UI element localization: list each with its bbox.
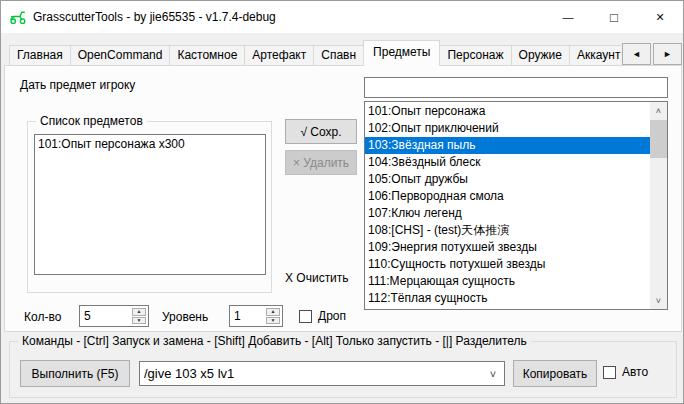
list-item[interactable]: 110:Сущность потухшей звезды <box>365 256 650 273</box>
auto-checkbox-box[interactable] <box>603 366 616 379</box>
command-input[interactable] <box>140 362 482 385</box>
maximize-icon[interactable]: □ <box>591 1 637 33</box>
item-search-input[interactable] <box>365 78 667 97</box>
items-listbox-rows: 101:Опыт персонажа102:Опыт приключений10… <box>365 103 650 307</box>
scrollbar-thumb[interactable] <box>650 120 667 158</box>
saved-items-groupbox: Список предметов 101:Опыт персонажа x300 <box>27 121 272 293</box>
drop-checkbox-label: Дроп <box>318 309 346 323</box>
tab-scroll-right-button[interactable]: ► <box>653 43 682 65</box>
title-bar: GrasscutterTools - by jie65535 - v1.7.4-… <box>1 1 683 33</box>
list-item[interactable]: 106:Первородная смола <box>365 188 650 205</box>
items-listbox: 101:Опыт персонажа102:Опыт приключений10… <box>364 101 668 310</box>
count-spin-up-icon[interactable]: ▲ <box>132 308 146 316</box>
page-title: Дать предмет игроку <box>20 78 135 92</box>
level-spin-up-icon[interactable]: ▲ <box>266 308 280 316</box>
drop-checkbox[interactable]: Дроп <box>299 309 346 323</box>
level-value: 1 <box>234 309 241 323</box>
saved-list-item[interactable]: 101:Опыт персонажа x300 <box>35 135 265 153</box>
tab-7[interactable]: Персонаж <box>439 45 511 66</box>
minimize-icon[interactable]: — <box>545 1 591 33</box>
tab-6[interactable]: Предметы <box>363 40 440 66</box>
level-spin-down-icon[interactable]: ▼ <box>266 317 280 325</box>
tab-scroll-left-button[interactable]: ◄ <box>622 43 651 65</box>
tab-1[interactable]: Главная <box>9 45 71 66</box>
list-item[interactable]: 107:Ключ легенд <box>365 205 650 222</box>
scroll-down-icon[interactable]: ˅ <box>650 292 667 309</box>
clear-button[interactable]: X Очистить <box>285 271 349 285</box>
window-title: GrasscutterTools - by jie65535 - v1.7.4-… <box>33 10 276 24</box>
save-button[interactable]: √ Сохр. <box>285 119 357 144</box>
list-item[interactable]: 102:Опыт приключений <box>365 120 650 137</box>
app-window: GrasscutterTools - by jie65535 - v1.7.4-… <box>0 0 684 404</box>
command-combobox: ˅ <box>139 361 505 386</box>
delete-button: × Удалить <box>285 150 357 175</box>
list-item[interactable]: 109:Энергия потухшей звезды <box>365 239 650 256</box>
count-value: 5 <box>84 309 91 323</box>
commands-group-title: Команды - [Ctrl] Запуск и замена - [Shif… <box>18 334 531 348</box>
chevron-down-icon[interactable]: ˅ <box>482 362 504 385</box>
level-spin: ▲ ▼ <box>266 308 280 324</box>
count-stepper[interactable]: 5 ▲ ▼ <box>79 305 149 327</box>
items-scrollbar[interactable]: ˄ ˅ <box>650 102 667 309</box>
tab-5[interactable]: Спавн <box>313 45 364 66</box>
item-search-box <box>364 77 668 98</box>
count-label: Кол-во <box>24 310 61 324</box>
list-item[interactable]: 112:Тёплая сущность <box>365 290 650 307</box>
count-spin-down-icon[interactable]: ▼ <box>132 317 146 325</box>
drop-checkbox-box[interactable] <box>299 310 312 323</box>
list-item[interactable]: 103:Звёздная пыль <box>365 137 650 154</box>
copy-button[interactable]: Копировать <box>513 360 597 387</box>
commands-groupbox: Команды - [Ctrl] Запуск и замена - [Shif… <box>9 341 677 398</box>
auto-checkbox[interactable]: Авто <box>603 365 648 379</box>
list-item[interactable]: 104:Звёздный блеск <box>365 154 650 171</box>
saved-items-group-title: Список предметов <box>36 114 147 128</box>
tab-3[interactable]: Кастомное <box>169 45 245 66</box>
tab-2[interactable]: OpenCommand <box>70 45 171 66</box>
grasscutter-scooter-icon <box>9 9 27 25</box>
window-controls: — □ ✕ <box>545 1 683 33</box>
list-item[interactable]: 108:[CHS] - (test)天体推演 <box>365 222 650 239</box>
list-item[interactable]: 111:Мерцающая сущность <box>365 273 650 290</box>
tab-strip: ГлавнаяOpenCommandКастомноеАртефактСпавн… <box>9 40 621 66</box>
close-icon[interactable]: ✕ <box>637 1 683 33</box>
count-spin: ▲ ▼ <box>132 308 146 324</box>
scroll-up-icon[interactable]: ˄ <box>650 102 667 119</box>
run-button[interactable]: Выполнить (F5) <box>20 360 130 387</box>
level-stepper[interactable]: 1 ▲ ▼ <box>229 305 283 327</box>
tab-9[interactable]: Аккаунт <box>569 45 621 66</box>
level-label: Уровень <box>162 310 208 324</box>
saved-items-listbox: 101:Опыт персонажа x300 <box>34 134 266 275</box>
list-item[interactable]: 101:Опыт персонажа <box>365 103 650 120</box>
auto-checkbox-label: Авто <box>622 365 648 379</box>
tab-4[interactable]: Артефакт <box>244 45 314 66</box>
tab-8[interactable]: Оружие <box>511 45 570 66</box>
list-item[interactable]: 105:Опыт дружбы <box>365 171 650 188</box>
items-tab-page: Дать предмет игроку 101:Опыт персонажа10… <box>4 65 682 332</box>
